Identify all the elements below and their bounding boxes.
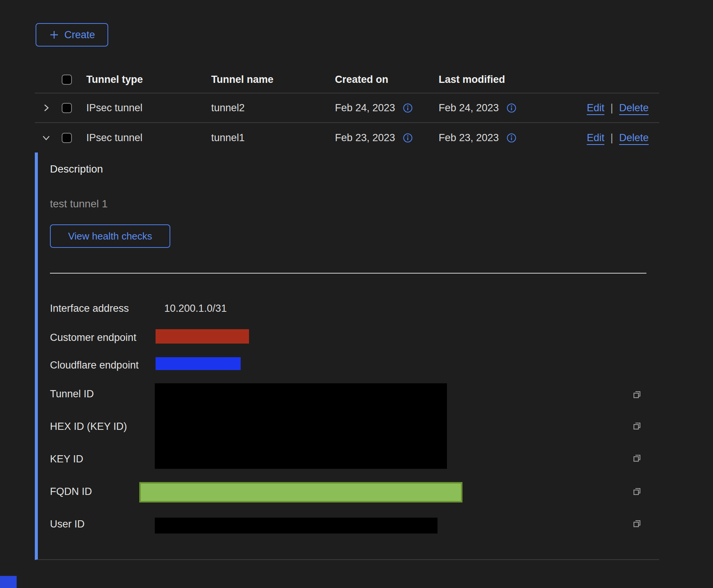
last-modified-cell: Feb 23, 2023 [439, 132, 499, 144]
delete-link-tunnel2[interactable]: Delete [619, 102, 649, 114]
action-separator: | [610, 132, 613, 144]
panel-divider [50, 273, 646, 274]
row-checkbox-tunnel2[interactable] [62, 103, 72, 113]
copy-icon-user-id[interactable] [631, 518, 643, 529]
chevron-right-icon[interactable] [41, 103, 51, 113]
cloudflare-endpoint-label: Cloudflare endpoint [50, 359, 139, 372]
tunnel-detail-panel: Description test tunnel 1 View health ch… [35, 152, 659, 560]
interface-address-value: 10.200.1.0/31 [164, 302, 227, 315]
user-id-redaction [155, 518, 437, 534]
copy-icon-tunnel-id[interactable] [631, 389, 643, 400]
edit-link-tunnel1[interactable]: Edit [587, 132, 604, 144]
bottom-left-blue-fragment [0, 576, 17, 588]
header-created-on: Created on [335, 74, 439, 86]
action-separator: | [610, 102, 613, 114]
row-checkbox-tunnel1[interactable] [62, 133, 72, 143]
tunnel-type-cell: IPsec tunnel [86, 132, 211, 144]
key-id-label: KEY ID [50, 453, 83, 465]
table-row-tunnel2: IPsec tunnel tunnel2 Feb 24, 2023 Feb 24… [35, 93, 659, 123]
info-icon[interactable] [506, 103, 517, 113]
interface-address-label: Interface address [50, 302, 129, 315]
description-value: test tunnel 1 [50, 198, 108, 210]
table-row-tunnel1: IPsec tunnel tunnel1 Feb 23, 2023 Feb 23… [35, 123, 659, 152]
ipsec-tunnels-page: Create Tunnel type Tunnel name Created o… [0, 0, 713, 588]
last-modified-cell: Feb 24, 2023 [439, 102, 499, 114]
tunnels-table: Tunnel type Tunnel name Created on Last … [35, 66, 659, 152]
customer-endpoint-redaction [156, 329, 249, 344]
info-icon[interactable] [403, 103, 413, 113]
tunnel-name-cell: tunnel2 [211, 102, 335, 114]
plus-icon [49, 30, 59, 40]
created-on-cell: Feb 24, 2023 [335, 102, 395, 114]
edit-link-tunnel2[interactable]: Edit [587, 102, 604, 114]
created-on-cell: Feb 23, 2023 [335, 132, 395, 144]
ids-redaction-block [155, 383, 447, 469]
info-icon[interactable] [403, 133, 413, 143]
user-id-label: User ID [50, 518, 85, 530]
cloudflare-endpoint-redaction [156, 357, 241, 370]
tunnel-type-cell: IPsec tunnel [86, 102, 211, 114]
fqdn-id-redaction [139, 482, 462, 502]
tunnel-name-cell: tunnel1 [211, 132, 335, 144]
customer-endpoint-label: Customer endpoint [50, 331, 136, 344]
create-button-label: Create [64, 29, 95, 41]
view-health-checks-button[interactable]: View health checks [50, 224, 170, 248]
header-tunnel-type: Tunnel type [86, 74, 211, 86]
hex-id-label: HEX ID (KEY ID) [50, 420, 127, 433]
copy-icon-hex-id[interactable] [631, 420, 643, 431]
fqdn-id-label: FQDN ID [50, 485, 92, 498]
header-last-modified: Last modified [439, 74, 564, 86]
create-button[interactable]: Create [36, 23, 108, 47]
description-label: Description [50, 163, 103, 175]
tunnel-id-label: Tunnel ID [50, 387, 94, 400]
table-header-row: Tunnel type Tunnel name Created on Last … [35, 66, 659, 93]
copy-icon-fqdn-id[interactable] [631, 485, 643, 497]
chevron-down-icon[interactable] [41, 132, 51, 143]
select-all-checkbox[interactable] [62, 75, 72, 85]
view-health-checks-label: View health checks [68, 230, 152, 242]
copy-icon-key-id[interactable] [631, 452, 643, 464]
header-tunnel-name: Tunnel name [211, 74, 335, 86]
delete-link-tunnel1[interactable]: Delete [619, 132, 649, 144]
info-icon[interactable] [506, 133, 517, 143]
